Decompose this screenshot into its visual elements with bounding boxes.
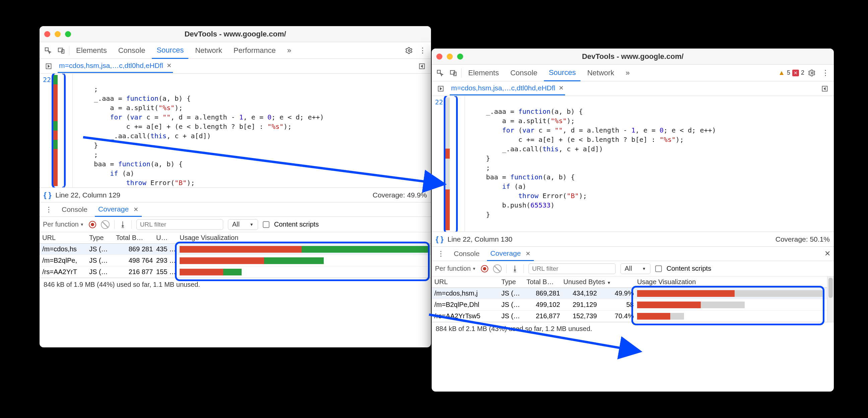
export-icon[interactable]: ⭳ <box>512 265 519 273</box>
cell-unused: 434,192 <box>563 289 600 297</box>
tab-performance[interactable]: Performance <box>229 43 280 58</box>
error-icon: ✕ <box>792 70 799 76</box>
content-scripts-checkbox[interactable] <box>655 266 662 272</box>
hide-debugger-icon[interactable] <box>819 83 831 94</box>
drawer-tab-coverage[interactable]: Coverage ✕ <box>487 247 534 261</box>
type-filter-dropdown[interactable]: All▼ <box>620 264 651 274</box>
devtools-window-left: DevTools - www.google.com/ Elements Cons… <box>39 26 431 347</box>
drawer-tab-console[interactable]: Console <box>58 203 91 216</box>
col-unused[interactable]: U… <box>156 234 180 242</box>
inspect-icon[interactable] <box>434 67 446 79</box>
device-toggle-icon[interactable] <box>448 67 459 79</box>
tab-sources[interactable]: Sources <box>152 42 188 59</box>
indent-guides <box>58 74 78 187</box>
titlebar: DevTools - www.google.com/ <box>432 48 834 65</box>
cell-unused: 152,739 <box>563 312 600 320</box>
table-row[interactable]: /m=cdos,hs JS (… 869 281 435 … <box>39 244 431 255</box>
url-filter-input[interactable] <box>528 264 616 274</box>
editor-statusbar: { } Line 22, Column 130 Coverage: 50.1% <box>432 232 834 246</box>
cell-url: /m=cdos,hsm,j <box>434 289 501 297</box>
url-filter-input[interactable] <box>136 219 223 230</box>
col-total[interactable]: Total B… <box>116 234 156 242</box>
cell-pct: 58 <box>600 301 637 309</box>
cell-unused: 293 … <box>156 257 180 265</box>
vertical-scrollbar[interactable] <box>827 276 834 322</box>
table-row[interactable]: /m=cdos,hsm,j JS (… 869,281 434,192 49.9… <box>432 288 827 299</box>
zoom-window-button[interactable] <box>457 54 463 60</box>
close-icon[interactable]: ✕ <box>133 206 138 213</box>
coverage-scope-dropdown[interactable]: Per function▼ <box>43 220 84 228</box>
export-icon[interactable]: ⭳ <box>119 220 127 229</box>
file-tab-label: m=cdos,hsm,jsa,…c,dtl0hd,eHDfl <box>59 62 163 70</box>
file-tab[interactable]: m=cdos,hsm,jsa,…c,dtl0hd,eHDfl ✕ <box>450 82 565 95</box>
device-toggle-icon[interactable] <box>56 45 67 56</box>
close-icon[interactable]: ✕ <box>526 250 530 257</box>
gear-icon[interactable] <box>806 67 818 79</box>
table-row[interactable]: /m=B2qlPe,Dhl JS (… 499,102 291,129 58 <box>432 299 827 311</box>
coverage-scope-dropdown[interactable]: Per function▼ <box>435 265 476 272</box>
tab-console[interactable]: Console <box>114 43 150 58</box>
show-navigator-icon[interactable] <box>43 61 54 72</box>
usage-bar <box>180 257 428 264</box>
inspect-icon[interactable] <box>42 45 54 56</box>
minimize-window-button[interactable] <box>55 31 61 37</box>
kebab-icon[interactable]: ⋮ <box>417 45 428 56</box>
tab-network[interactable]: Network <box>190 43 227 58</box>
file-tab-row: m=cdos,hsm,jsa,…c,dtl0hd,eHDfl ✕ <box>39 59 431 74</box>
close-drawer-icon[interactable]: ✕ <box>825 249 831 258</box>
col-type[interactable]: Type <box>89 234 116 242</box>
close-window-button[interactable] <box>44 31 50 37</box>
code-editor[interactable]: 22 _.aaa = function(a, b) { a = a.split(… <box>432 96 834 232</box>
table-row[interactable]: /m=B2qlPe, JS (… 498 764 293 … <box>39 255 431 267</box>
col-total[interactable]: Total B… <box>527 278 563 286</box>
col-usage[interactable]: Usage Visualization <box>180 234 428 242</box>
record-button[interactable] <box>481 265 488 272</box>
tab-elements[interactable]: Elements <box>464 65 504 81</box>
table-row[interactable]: /rs=AA2YrT JS (… 216 877 155 … <box>39 267 431 278</box>
minimize-window-button[interactable] <box>447 54 453 60</box>
close-window-button[interactable] <box>436 54 442 60</box>
hide-debugger-icon[interactable] <box>416 61 428 72</box>
close-icon[interactable]: ✕ <box>559 84 564 92</box>
show-navigator-icon[interactable] <box>435 83 446 94</box>
tab-network[interactable]: Network <box>583 65 619 81</box>
close-icon[interactable]: ✕ <box>166 62 172 69</box>
tab-elements[interactable]: Elements <box>71 43 112 58</box>
coverage-table: URL Type Total B… Unused Bytes ▼ Usage V… <box>432 276 827 322</box>
pretty-print-icon[interactable]: { } <box>436 235 443 244</box>
tab-more[interactable]: » <box>282 43 296 58</box>
usage-bar <box>637 290 825 297</box>
gear-icon[interactable] <box>403 45 415 56</box>
kebab-icon[interactable]: ⋮ <box>820 67 831 79</box>
tab-console[interactable]: Console <box>506 65 542 81</box>
errors-badge[interactable]: ✕2 <box>792 69 804 76</box>
col-url[interactable]: URL <box>42 234 89 242</box>
col-url[interactable]: URL <box>434 278 501 286</box>
warnings-badge[interactable]: ▲5 <box>778 69 790 77</box>
col-unused[interactable]: Unused Bytes ▼ <box>563 278 637 286</box>
indent-guides <box>450 96 470 232</box>
kebab-icon[interactable]: ⋮ <box>43 204 54 215</box>
tab-more[interactable]: » <box>621 65 634 81</box>
col-usage[interactable]: Usage Visualization <box>637 278 825 286</box>
code-editor[interactable]: 22 ; _.aaa = function(a, b) { a = a.spli… <box>39 74 431 187</box>
pretty-print-icon[interactable]: { } <box>43 191 51 200</box>
tab-sources[interactable]: Sources <box>544 65 581 81</box>
zoom-window-button[interactable] <box>65 31 71 37</box>
type-filter-dropdown[interactable]: All▼ <box>228 219 258 230</box>
drawer-tab-coverage[interactable]: Coverage ✕ <box>95 203 142 217</box>
content-scripts-checkbox[interactable] <box>263 221 270 228</box>
coverage-gutter <box>445 97 450 230</box>
record-button[interactable] <box>89 221 96 228</box>
clear-button[interactable] <box>101 220 110 229</box>
main-tabbar: Elements Console Sources Network » ▲5 ✕2… <box>432 65 834 81</box>
table-row[interactable]: /rs=AA2YrTsw5 JS (… 216,877 152,739 70.4… <box>432 311 827 322</box>
usage-bar <box>180 269 428 275</box>
cell-url: /rs=AA2YrTsw5 <box>434 312 501 320</box>
col-type[interactable]: Type <box>501 278 527 286</box>
file-tab[interactable]: m=cdos,hsm,jsa,…c,dtl0hd,eHDfl ✕ <box>58 59 173 73</box>
clear-button[interactable] <box>493 265 502 273</box>
kebab-icon[interactable]: ⋮ <box>435 248 446 259</box>
drawer-tab-console[interactable]: Console <box>451 247 483 260</box>
drawer-tab-label: Coverage <box>98 205 129 213</box>
